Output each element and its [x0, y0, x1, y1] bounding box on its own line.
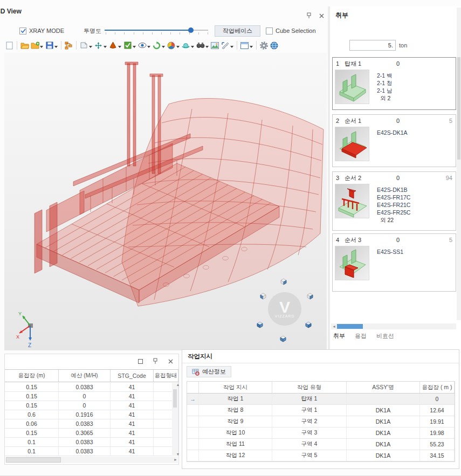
- binoculars-icon[interactable]: [196, 41, 205, 50]
- save-caret[interactable]: [54, 46, 58, 48]
- navcube-lower-right[interactable]: [305, 321, 312, 328]
- fitting-panel-title: 취부: [335, 11, 348, 20]
- scrollbar-thumb[interactable]: [337, 324, 363, 329]
- fitting-card-3[interactable]: 3 순서 2 0 94 E42S-DK1B E42S-FR17C E42S-FR…: [332, 171, 456, 231]
- pin-icon[interactable]: [305, 12, 313, 19]
- table-row-current[interactable]: →작업 1탑재 10: [187, 394, 455, 405]
- move-icon[interactable]: [94, 41, 103, 50]
- col-header[interactable]: 작업 유형: [272, 382, 347, 393]
- fitting-card-4[interactable]: 4 순서 3 0 5 E42S-SS1: [332, 233, 456, 292]
- weld-table-header: 용접장 (m) 예산 (M/H) STG_Code 용접형태: [5, 369, 178, 382]
- card-name: 순서 3: [345, 236, 396, 244]
- save-icon[interactable]: [45, 41, 54, 50]
- cone-view-icon[interactable]: [108, 41, 118, 50]
- weld-vertical-scrollbar[interactable]: ▲ ▼: [172, 383, 178, 456]
- color-wheel-icon[interactable]: [167, 41, 176, 50]
- table-row[interactable]: 0.15041: [5, 392, 178, 401]
- table-row[interactable]: 작업 9구역 2DK1A19.91: [187, 416, 455, 427]
- col-header[interactable]: 작업 지시: [199, 382, 272, 393]
- move-caret[interactable]: [104, 46, 107, 48]
- import-folder-caret[interactable]: [40, 46, 43, 48]
- col-header[interactable]: STG_Code: [111, 370, 154, 382]
- orbit-caret[interactable]: [191, 46, 194, 48]
- slider-thumb[interactable]: [188, 27, 194, 33]
- settings-gear-icon[interactable]: [259, 41, 269, 50]
- refresh-icon[interactable]: [152, 41, 161, 50]
- check-options-caret[interactable]: [133, 46, 136, 48]
- layout-window-caret[interactable]: [250, 46, 253, 48]
- scroll-up-arrow[interactable]: ▲: [175, 383, 181, 387]
- table-row[interactable]: 작업 12구역 5DK1A34.15: [187, 450, 455, 461]
- table-row[interactable]: 작업 10구역 3DK1A19.98: [187, 427, 455, 439]
- table-row[interactable]: 0.10.038341: [5, 447, 178, 456]
- weld-horizontal-scrollbar[interactable]: ►: [5, 457, 178, 463]
- navcube-top[interactable]: [280, 278, 287, 285]
- snapshot-icon[interactable]: [79, 41, 88, 50]
- scroll-left-arrow[interactable]: ◄: [331, 325, 337, 328]
- layout-window-icon[interactable]: [240, 41, 249, 50]
- col-header[interactable]: 용접장 (m): [5, 370, 59, 382]
- tab-welding[interactable]: 용접: [355, 332, 367, 340]
- app-window: 3D View XRAY MODE 투명도 작업베이스 Cube Selecti…: [0, 0, 461, 476]
- scroll-down-arrow[interactable]: ▼: [175, 452, 181, 456]
- hierarchy-icon[interactable]: [64, 41, 73, 50]
- navcube-upper-left[interactable]: [259, 292, 267, 300]
- fitting-vertical-scrollbar[interactable]: [457, 8, 461, 320]
- fitting-card-2[interactable]: 2 순서 1 0 5 E42S-DK1A: [332, 114, 456, 167]
- fitting-horizontal-scrollbar[interactable]: ◄: [331, 323, 456, 329]
- ton-filter-input[interactable]: [349, 40, 396, 51]
- new-document-icon[interactable]: [5, 41, 14, 50]
- color-wheel-caret[interactable]: [176, 46, 180, 48]
- table-row[interactable]: 0.60.191641: [5, 410, 178, 419]
- weld-table-panel: 용접장 (m) 예산 (M/H) STG_Code 용접형태 0.150.038…: [4, 354, 179, 465]
- tab-third[interactable]: 비효선: [376, 332, 394, 340]
- cone-view-caret[interactable]: [118, 46, 121, 48]
- check-options-icon[interactable]: [123, 41, 132, 50]
- viewport-3d[interactable]: X Y Z V VIZZARD: [4, 53, 327, 350]
- budget-info-button[interactable]: 예산정보: [187, 366, 231, 377]
- table-row[interactable]: 작업 8구역 1DK1A12.64: [187, 405, 455, 416]
- visibility-icon[interactable]: [137, 41, 147, 50]
- visibility-caret[interactable]: [147, 46, 150, 48]
- xray-label: XRAY MODE: [29, 27, 64, 34]
- pin-icon[interactable]: [152, 357, 159, 365]
- navcube-bottom[interactable]: [279, 335, 287, 342]
- table-row[interactable]: 0.150.038341: [5, 383, 178, 392]
- table-row[interactable]: 0.10.038341: [5, 438, 178, 447]
- opacity-slider[interactable]: [105, 25, 208, 36]
- tab-fitting[interactable]: 취부: [333, 332, 345, 340]
- maximize-icon[interactable]: [136, 357, 144, 365]
- col-header[interactable]: 예산 (M/H): [59, 370, 111, 382]
- image-capture-icon[interactable]: [210, 41, 219, 50]
- table-row[interactable]: 0.15041: [5, 401, 178, 410]
- measure-icon[interactable]: [221, 41, 230, 50]
- table-row[interactable]: 0.150.306541: [5, 429, 178, 438]
- fitting-card-1[interactable]: 1 탑재 1 0 2-1 백 2-1 청 2-1 남 외 2: [332, 57, 456, 110]
- fitting-panel: 취부 ton 1 탑재 1 0 2-1 백 2-1 청 2-1 남 외 2: [330, 6, 461, 349]
- open-folder-icon[interactable]: [20, 41, 29, 50]
- scroll-right-arrow[interactable]: ►: [174, 458, 177, 461]
- xray-checkbox[interactable]: [19, 27, 26, 35]
- refresh-caret[interactable]: [162, 46, 165, 48]
- binoculars-caret[interactable]: [205, 46, 209, 48]
- cube-selection-checkbox[interactable]: [266, 27, 273, 35]
- import-folder-icon[interactable]: [30, 41, 39, 50]
- snapshot-caret[interactable]: [89, 46, 92, 48]
- globe-icon[interactable]: [270, 41, 279, 50]
- ton-unit-label: ton: [399, 42, 407, 49]
- navcube-lower-left[interactable]: [256, 321, 264, 328]
- scrollbar-thumb[interactable]: [6, 457, 61, 463]
- workbase-button[interactable]: 작업베이스: [215, 25, 260, 37]
- close-icon[interactable]: [318, 12, 325, 19]
- col-header[interactable]: 용접형태: [154, 370, 178, 382]
- col-header[interactable]: 용접장 ( m ): [420, 382, 455, 393]
- measure-caret[interactable]: [230, 46, 233, 48]
- col-header[interactable]: ASSY'명: [347, 382, 420, 393]
- orbit-icon[interactable]: [181, 41, 190, 50]
- scrollbar-thumb[interactable]: [173, 389, 177, 408]
- close-icon[interactable]: [167, 357, 174, 365]
- navcube-upper-right[interactable]: [306, 292, 314, 300]
- scrollbar-thumb[interactable]: [457, 57, 460, 160]
- table-row[interactable]: 0.060.038341: [5, 419, 178, 429]
- table-row[interactable]: 작업 11구역 4DK1A55.23: [187, 439, 455, 450]
